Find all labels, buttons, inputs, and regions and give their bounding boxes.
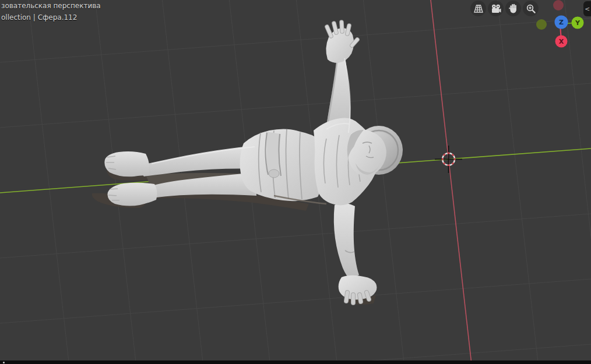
pan-view-button[interactable]	[505, 1, 521, 16]
navigation-gizmo[interactable]: Y Z X	[527, 0, 591, 52]
camera-icon	[491, 3, 501, 14]
axis-x-line	[431, 0, 472, 364]
viewport-canvas[interactable]	[0, 0, 591, 364]
gizmo-axis-y-ball[interactable]: Y	[572, 17, 584, 29]
gizmo-axis-y-negative-ball[interactable]	[536, 19, 547, 30]
statusbar-cropped-content	[3, 362, 5, 363]
3d-viewport[interactable]: зовательская перспектива ollection | Сфе…	[0, 0, 591, 364]
svg-text:Z: Z	[559, 19, 564, 26]
statue-crucifix[interactable]	[92, 22, 403, 305]
gizmo-axis-z-ball[interactable]: Z	[555, 16, 568, 29]
projection-toggle-button[interactable]	[470, 1, 486, 16]
hand-icon	[508, 3, 519, 14]
gizmo-axis-x-ball[interactable]: X	[555, 36, 568, 48]
gizmo-axis-x-negative-ball[interactable]	[553, 0, 564, 10]
svg-text:X: X	[559, 38, 564, 45]
grid-icon	[473, 3, 484, 14]
camera-view-button[interactable]	[488, 1, 504, 16]
svg-text:Y: Y	[575, 19, 581, 27]
belt-sash	[265, 132, 281, 178]
3d-cursor	[435, 146, 462, 173]
statusbar-edge	[0, 361, 591, 364]
sidebar-toggle-button[interactable]: <	[583, 1, 591, 16]
